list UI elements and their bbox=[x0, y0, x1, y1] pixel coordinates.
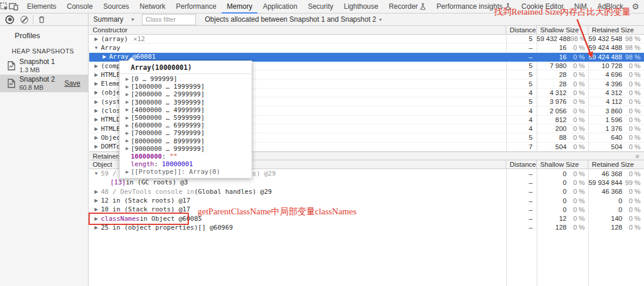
expand-arrow-icon[interactable]: ▶ bbox=[93, 144, 99, 149]
tooltip-entry[interactable]: ▶[7000000 … 7999999] bbox=[120, 129, 252, 137]
tooltip-entry[interactable]: ▶[5000000 … 5999999] bbox=[120, 114, 252, 122]
column-header-distance[interactable]: Distance bbox=[506, 160, 537, 169]
expand-arrow-icon[interactable]: ▶ bbox=[93, 198, 99, 203]
class-filter-input[interactable] bbox=[142, 14, 196, 25]
expand-arrow-icon[interactable]: ▶ bbox=[93, 81, 99, 86]
tab-recorder[interactable]: Recorder bbox=[384, 0, 431, 14]
expand-arrow-icon[interactable]: ▶ bbox=[93, 189, 99, 194]
tooltip-entry[interactable]: ▶[2000000 … 2999999] bbox=[120, 90, 252, 98]
distance-cell: 4 bbox=[506, 116, 537, 123]
expand-arrow-icon[interactable]: ▶ bbox=[93, 108, 99, 113]
expand-arrow-icon[interactable]: ▶ bbox=[124, 77, 131, 82]
expand-arrow-icon[interactable]: ▶ bbox=[93, 135, 99, 140]
tooltip-entry[interactable]: ▶[[Prototype]]: Array(0) bbox=[120, 168, 252, 176]
device-toolbar-icon[interactable] bbox=[9, 0, 18, 13]
expand-arrow-icon[interactable]: ▶ bbox=[93, 36, 99, 42]
expand-arrow-icon[interactable]: ▶ bbox=[101, 54, 107, 59]
column-header-constructor[interactable]: Constructor bbox=[89, 26, 506, 34]
heap-grid-row[interactable]: ▼Array–160 %59 424 48898 % bbox=[89, 43, 644, 52]
tab-performance[interactable]: Performance bbox=[171, 0, 222, 14]
tooltip-entry[interactable]: ▶[4000000 … 4999999] bbox=[120, 106, 252, 114]
size-value: 2 056 bbox=[537, 107, 567, 115]
tooltip-entry[interactable]: ▶[6000000 … 6999999] bbox=[120, 122, 252, 129]
column-header-retained-size[interactable]: Retained Size bbox=[588, 26, 644, 34]
profile-actions bbox=[0, 14, 89, 25]
expand-arrow-icon[interactable]: ▶ bbox=[124, 100, 131, 105]
retained-size-cell: 59 432 54898 % bbox=[588, 35, 644, 42]
size-value: 0 bbox=[537, 170, 567, 177]
shallow-size-cell: 4 3120 % bbox=[537, 89, 588, 96]
size-value: 12 bbox=[537, 215, 567, 222]
size-percent: 0 % bbox=[567, 215, 588, 222]
column-header-shallow-size[interactable]: Shallow Size bbox=[537, 26, 588, 34]
tab-lighthouse[interactable]: Lighthouse bbox=[338, 0, 384, 14]
expand-arrow-icon[interactable]: ▶ bbox=[93, 126, 99, 132]
retained-size-cell: 00 % bbox=[588, 197, 644, 204]
tooltip-text: [3000000 … 3999999] bbox=[131, 99, 205, 106]
tab-security[interactable]: Security bbox=[303, 0, 338, 14]
snapshot-item[interactable]: Snapshot 11.3 MB bbox=[0, 57, 88, 75]
tooltip-entry[interactable]: length: 10000001 bbox=[120, 160, 252, 168]
heap-grid-row[interactable]: ▶(array)×12559 432 48898 %59 432 54898 % bbox=[89, 35, 644, 43]
expand-arrow-icon[interactable]: ▶ bbox=[124, 123, 131, 128]
shallow-size-cell: 2 0560 % bbox=[537, 107, 588, 115]
expand-arrow-icon[interactable]: ▶ bbox=[93, 207, 99, 212]
expand-arrow-icon[interactable]: ▶ bbox=[124, 131, 131, 136]
tab-memory[interactable]: Memory bbox=[222, 0, 257, 14]
expand-arrow-icon[interactable]: ▶ bbox=[124, 92, 131, 97]
tooltip-entry[interactable]: ▶[0 … 999999] bbox=[120, 75, 252, 83]
retainer-object-cell: ▶12 in (Stack roots) @17 bbox=[89, 197, 506, 204]
tab-network[interactable]: Network bbox=[134, 0, 171, 14]
tooltip-entry[interactable]: 10000000: "" bbox=[120, 153, 252, 160]
size-percent: 0 % bbox=[567, 89, 588, 96]
perspective-select[interactable]: Summary ▼ bbox=[93, 15, 135, 23]
allocation-scope-select[interactable]: Objects allocated between Snapshot 1 and… bbox=[205, 15, 381, 23]
save-link[interactable]: Save bbox=[65, 79, 80, 88]
size-percent: 0 % bbox=[622, 197, 644, 204]
expand-arrow-icon[interactable]: ▶ bbox=[93, 225, 99, 230]
tab-application[interactable]: Application bbox=[257, 0, 303, 14]
expand-arrow-icon[interactable]: ▶ bbox=[124, 116, 131, 120]
shallow-size-cell: 880 % bbox=[537, 134, 588, 141]
snapshot-list: Snapshot 11.3 MBSnapshot 260.8 MBSave bbox=[0, 57, 88, 92]
expand-arrow-icon[interactable]: ▶ bbox=[93, 63, 99, 69]
distance-cell: – bbox=[506, 44, 537, 51]
splitter-grip-icon[interactable]: ≡ bbox=[636, 153, 639, 160]
delete-profile-icon[interactable] bbox=[38, 16, 45, 23]
settings-gear-icon[interactable]: ⚙ bbox=[628, 2, 642, 11]
tooltip-entry[interactable]: ▶[1000000 … 1999999] bbox=[120, 83, 252, 90]
tooltip-entry[interactable]: ▶[3000000 … 3999999] bbox=[120, 99, 252, 106]
retainer-row[interactable]: ▶12 in (Stack roots) @17–00 %00 % bbox=[89, 196, 644, 205]
tooltip-entry[interactable]: ▶[9000000 … 9999999] bbox=[120, 145, 252, 153]
snapshot-item[interactable]: Snapshot 260.8 MBSave bbox=[0, 75, 88, 92]
expand-arrow-icon[interactable]: ▼ bbox=[93, 45, 99, 51]
expand-arrow-icon[interactable]: ▶ bbox=[124, 170, 131, 174]
tooltip-text: [[Prototype]] bbox=[131, 168, 181, 176]
retainer-row[interactable]: ▶48 / DevTools console in (Global handle… bbox=[89, 187, 644, 196]
distance-cell: 5 bbox=[506, 80, 537, 88]
tooltip-entry[interactable]: ▶[8000000 … 8999999] bbox=[120, 137, 252, 145]
expand-arrow-icon[interactable]: ▶ bbox=[124, 107, 131, 112]
column-header-retained-size[interactable]: Retained Size bbox=[588, 160, 644, 169]
column-header-distance[interactable]: Distance bbox=[506, 26, 537, 34]
size-value: 46 368 bbox=[588, 188, 622, 195]
clear-profiles-icon[interactable] bbox=[21, 16, 28, 23]
tab-elements[interactable]: Elements bbox=[22, 0, 62, 14]
tab-sources[interactable]: Sources bbox=[98, 0, 134, 14]
expand-arrow-icon[interactable]: ▶ bbox=[93, 90, 99, 95]
size-value: 504 bbox=[588, 143, 622, 150]
expand-arrow-icon[interactable]: ▶ bbox=[93, 72, 99, 78]
tab-console[interactable]: Console bbox=[62, 0, 98, 14]
expand-arrow-icon[interactable]: ▶ bbox=[124, 139, 131, 143]
retainer-row[interactable]: [13] in (GC roots) @3–00 %59 934 84499 % bbox=[89, 178, 644, 187]
size-percent: 0 % bbox=[567, 125, 588, 132]
expand-arrow-icon[interactable]: ▶ bbox=[93, 99, 99, 105]
expand-arrow-icon[interactable]: ▶ bbox=[124, 146, 131, 151]
expand-arrow-icon[interactable]: ▼ bbox=[93, 171, 99, 176]
column-header-shallow-size[interactable]: Shallow Size bbox=[537, 160, 588, 169]
size-percent: 99 % bbox=[622, 179, 644, 186]
take-heap-snapshot-icon[interactable] bbox=[5, 15, 14, 24]
expand-arrow-icon[interactable]: ▶ bbox=[124, 85, 131, 89]
inspect-element-icon[interactable] bbox=[0, 0, 9, 13]
expand-arrow-icon[interactable]: ▶ bbox=[93, 117, 99, 122]
